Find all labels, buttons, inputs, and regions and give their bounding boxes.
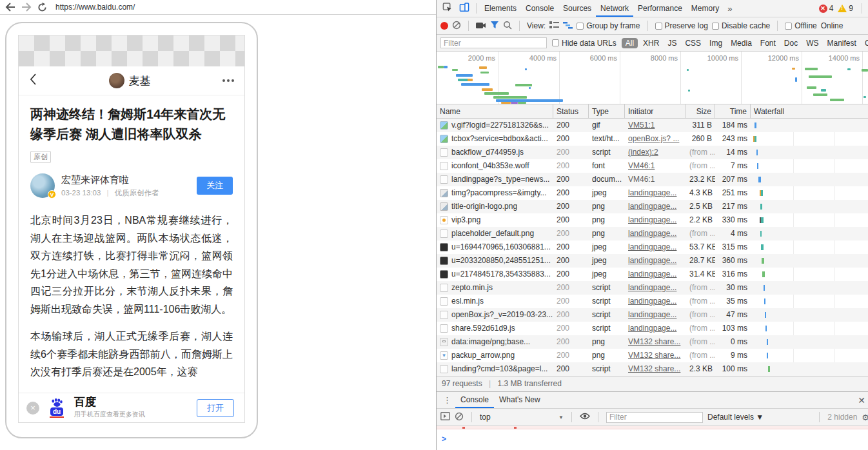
large-rows-icon[interactable] xyxy=(549,21,559,31)
filter-type-doc[interactable]: Doc xyxy=(784,39,798,48)
request-initiator[interactable]: landingpage... xyxy=(625,268,686,281)
initiator-link[interactable]: landingpage... xyxy=(628,283,676,292)
more-icon[interactable] xyxy=(222,79,234,82)
close-drawer-icon[interactable]: ✕ xyxy=(855,395,868,406)
throttling-dropdown[interactable]: Online xyxy=(821,21,843,30)
eye-icon[interactable] xyxy=(580,413,590,422)
column-header-size[interactable]: Size xyxy=(686,104,715,118)
column-header-name[interactable]: Name xyxy=(437,104,553,118)
more-tabs-icon[interactable]: » xyxy=(724,4,736,14)
request-initiator[interactable]: VM132 share... xyxy=(625,362,686,376)
request-name[interactable]: data:image/png;base... xyxy=(437,335,553,349)
request-name[interactable]: placeholder_default.png xyxy=(437,227,553,240)
column-header-initiator[interactable]: Initiator xyxy=(625,104,686,118)
request-initiator[interactable]: VM132 share... xyxy=(625,349,686,362)
initiator-link[interactable]: VM132 share... xyxy=(628,351,680,360)
author-avatar[interactable]: V xyxy=(30,173,55,198)
request-name[interactable]: share.592d61d9.js xyxy=(437,322,553,335)
table-row[interactable]: backflow_d744959.js200script(index):2(fr… xyxy=(437,146,868,159)
table-row[interactable]: ▾packup_arrow.png200pngVM132 share...(fr… xyxy=(437,349,868,362)
initiator-link[interactable]: VM51:1 xyxy=(628,121,655,130)
initiator-link[interactable]: openBox.js? ... xyxy=(628,134,679,143)
table-row[interactable]: u=2033208850,248551251...200jpeglandingp… xyxy=(437,254,868,268)
group-by-frame-checkbox[interactable]: Group by frame xyxy=(577,21,640,30)
back-chevron-icon[interactable] xyxy=(29,73,37,88)
request-name[interactable]: backflow_d744959.js xyxy=(437,146,553,159)
filter-type-xhr[interactable]: XHR xyxy=(643,39,659,48)
filter-funnel-icon[interactable] xyxy=(490,21,499,31)
column-header-waterfall[interactable]: Waterfall xyxy=(751,104,868,118)
request-name[interactable]: esl.min.js xyxy=(437,295,553,308)
follow-button[interactable]: 关注 xyxy=(197,177,233,195)
table-row[interactable]: title-origin-logo.png200pnglandingpage..… xyxy=(437,200,868,213)
console-settings-gear-icon[interactable]: ⚙ xyxy=(862,413,868,422)
filter-type-ws[interactable]: WS xyxy=(806,39,818,48)
request-initiator[interactable]: openBox.js? ... xyxy=(625,132,686,146)
column-header-status[interactable]: Status xyxy=(553,104,589,118)
table-row[interactable]: u=1694470965,160306881...200jpeglandingp… xyxy=(437,240,868,254)
console-prompt-chevron[interactable]: > xyxy=(437,429,868,444)
clear-icon[interactable] xyxy=(452,21,461,32)
request-name[interactable]: landing?cmd=103&page=l... xyxy=(437,362,553,376)
initiator-link[interactable]: landingpage... xyxy=(628,297,676,306)
initiator-link[interactable]: (index):2 xyxy=(628,148,658,157)
request-name[interactable]: vip3.png xyxy=(437,213,553,227)
request-name[interactable]: zepto.min.js xyxy=(437,281,553,295)
preserve-log-checkbox[interactable]: Preserve log xyxy=(655,21,708,30)
capture-screenshots-icon[interactable] xyxy=(476,21,486,31)
initiator-link[interactable]: landingpage... xyxy=(628,202,676,211)
request-name[interactable]: u=2174845178,354335883... xyxy=(437,268,553,281)
filter-type-all[interactable]: All xyxy=(622,38,638,48)
request-initiator[interactable]: landingpage... xyxy=(625,322,686,335)
hide-data-urls-checkbox[interactable]: Hide data URLs xyxy=(552,39,616,48)
console-sidebar-icon[interactable] xyxy=(440,412,450,422)
filter-type-other[interactable]: Other xyxy=(865,39,868,48)
table-row[interactable]: iconfont_04b353e.woff200fontVM46:1(from … xyxy=(437,159,868,173)
request-initiator[interactable]: landingpage... xyxy=(625,186,686,200)
request-name[interactable]: u=2033208850,248551251... xyxy=(437,254,553,268)
table-row[interactable]: u=2174845178,354335883...200jpeglandingp… xyxy=(437,268,868,281)
request-initiator[interactable]: VM46:1 xyxy=(625,173,686,186)
mobile-nav-title-group[interactable]: 麦基 xyxy=(109,73,151,88)
device-toolbar-icon[interactable] xyxy=(456,3,473,14)
request-initiator[interactable]: landingpage... xyxy=(625,240,686,254)
initiator-link[interactable]: landingpage... xyxy=(628,229,676,238)
initiator-link[interactable]: VM132 share... xyxy=(628,364,680,373)
filter-type-img[interactable]: Img xyxy=(709,39,722,48)
request-name[interactable]: landingpage?s_type=news... xyxy=(437,173,553,186)
tab-memory[interactable]: Memory xyxy=(687,0,724,17)
show-overview-icon[interactable] xyxy=(563,21,573,31)
table-row[interactable]: timg?pacompress=&imgty...200jpeglandingp… xyxy=(437,186,868,200)
initiator-link[interactable]: landingpage... xyxy=(628,324,676,333)
offline-checkbox[interactable]: Offline xyxy=(785,21,816,30)
context-selector[interactable]: top ▼ xyxy=(480,413,564,422)
request-name[interactable]: tcbox?service=bdbox&acti... xyxy=(437,132,553,146)
request-name[interactable]: iconfont_04b353e.woff xyxy=(437,159,553,173)
url-bar[interactable]: https://www.baidu.com/ xyxy=(55,3,135,12)
initiator-link[interactable]: VM46:1 xyxy=(628,161,655,170)
log-levels-dropdown[interactable]: Default levels ▼ xyxy=(707,413,764,422)
request-initiator[interactable]: (index):2 xyxy=(625,146,686,159)
drawer-menu-icon[interactable]: ⋮ xyxy=(439,395,455,405)
request-initiator[interactable]: landingpage... xyxy=(625,227,686,240)
tab-network[interactable]: Network xyxy=(596,0,633,17)
request-initiator[interactable]: VM51:1 xyxy=(625,119,686,132)
table-row[interactable]: placeholder_default.png200pnglandingpage… xyxy=(437,227,868,240)
record-icon[interactable] xyxy=(440,22,448,30)
request-name[interactable]: ▾packup_arrow.png xyxy=(437,349,553,362)
table-row[interactable]: landingpage?s_type=news...200docum...VM4… xyxy=(437,173,868,186)
clear-console-icon[interactable] xyxy=(455,412,464,423)
filter-type-font[interactable]: Font xyxy=(760,39,776,48)
request-initiator[interactable]: landingpage... xyxy=(625,281,686,295)
tab-performance[interactable]: Performance xyxy=(633,0,687,17)
initiator-link[interactable]: landingpage... xyxy=(628,188,676,197)
request-name[interactable]: timg?pacompress=&imgty... xyxy=(437,186,553,200)
filter-type-manifest[interactable]: Manifest xyxy=(827,39,856,48)
back-icon[interactable] xyxy=(5,3,15,12)
request-initiator[interactable]: landingpage... xyxy=(625,295,686,308)
console-filter-input[interactable] xyxy=(606,412,703,423)
request-initiator[interactable]: landingpage... xyxy=(625,200,686,213)
initiator-link[interactable]: VM132 share... xyxy=(628,337,680,346)
request-initiator[interactable]: landingpage... xyxy=(625,254,686,268)
initiator-link[interactable]: landingpage... xyxy=(628,215,676,224)
